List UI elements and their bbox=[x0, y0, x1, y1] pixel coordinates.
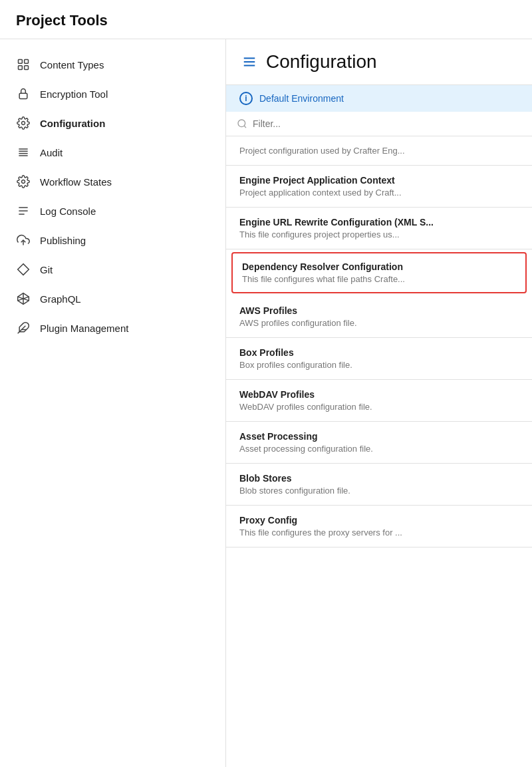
svg-point-10 bbox=[22, 180, 25, 184]
config-item-title: Asset Processing bbox=[239, 431, 519, 442]
sidebar: Content Types Encryption Tool Configurat… bbox=[0, 39, 226, 767]
config-item-desc: This file configures the proxy servers f… bbox=[239, 528, 519, 537]
sidebar-item-log-console[interactable]: Log Console bbox=[0, 196, 225, 226]
svg-rect-2 bbox=[19, 66, 23, 70]
sidebar-label-plugin-management: Plugin Management bbox=[40, 323, 128, 334]
sidebar-label-content-types: Content Types bbox=[40, 59, 104, 71]
sidebar-label-workflow-states: Workflow States bbox=[40, 176, 112, 188]
search-icon bbox=[237, 118, 247, 129]
sidebar-label-audit: Audit bbox=[40, 147, 63, 158]
gear-icon bbox=[16, 174, 31, 189]
svg-line-25 bbox=[244, 126, 246, 128]
page-header: Project Tools bbox=[0, 0, 532, 39]
config-item-project-config[interactable]: Project configuration used by Crafter En… bbox=[226, 136, 532, 166]
config-item-engine-app-context[interactable]: Engine Project Application Context Proje… bbox=[226, 166, 532, 208]
config-item-desc: WebDAV profiles configuration file. bbox=[239, 402, 519, 412]
filter-row bbox=[226, 112, 532, 136]
config-item-desc: AWS profiles configuration file. bbox=[239, 318, 519, 328]
settings-icon bbox=[16, 116, 31, 130]
sidebar-item-publishing[interactable]: Publishing bbox=[0, 226, 225, 255]
env-banner: i Default Environment bbox=[226, 85, 532, 112]
svg-rect-3 bbox=[25, 66, 29, 70]
content-header: Configuration bbox=[226, 39, 532, 85]
svg-rect-4 bbox=[19, 93, 27, 98]
cloud-upload-icon bbox=[16, 233, 31, 247]
svg-point-24 bbox=[238, 120, 245, 127]
sidebar-item-git[interactable]: Git bbox=[0, 255, 225, 284]
config-item-desc: This file configures what file paths Cra… bbox=[242, 274, 516, 284]
sidebar-label-encryption-tool: Encryption Tool bbox=[40, 88, 108, 100]
sidebar-label-configuration: Configuration bbox=[40, 118, 105, 129]
main-layout: Content Types Encryption Tool Configurat… bbox=[0, 39, 532, 767]
config-item-proxy-config[interactable]: Proxy Config This file configures the pr… bbox=[226, 506, 532, 547]
page-title: Project Tools bbox=[16, 12, 108, 29]
diamond-icon bbox=[16, 262, 31, 277]
content-panel: Configuration i Default Environment Proj… bbox=[226, 39, 532, 767]
config-item-title: Proxy Config bbox=[239, 515, 519, 526]
sidebar-item-graphql[interactable]: GraphQL bbox=[0, 284, 225, 313]
config-item-title: AWS Profiles bbox=[239, 305, 519, 316]
grid-icon bbox=[16, 57, 31, 72]
config-item-box-profiles[interactable]: Box Profiles Box profiles configuration … bbox=[226, 338, 532, 380]
sidebar-item-audit[interactable]: Audit bbox=[0, 138, 225, 167]
config-item-desc: Project application context used by Craf… bbox=[239, 188, 519, 198]
env-label: Default Environment bbox=[259, 93, 344, 104]
config-item-aws-profiles[interactable]: AWS Profiles AWS profiles configuration … bbox=[226, 296, 532, 338]
sidebar-label-graphql: GraphQL bbox=[40, 293, 81, 305]
config-item-title: Dependency Resolver Configuration bbox=[242, 261, 516, 272]
config-item-webdav-profiles[interactable]: WebDAV Profiles WebDAV profiles configur… bbox=[226, 380, 532, 422]
config-item-asset-processing[interactable]: Asset Processing Asset processing config… bbox=[226, 422, 532, 464]
config-item-title: Box Profiles bbox=[239, 347, 519, 358]
info-icon: i bbox=[239, 92, 253, 105]
graphql-icon bbox=[16, 291, 31, 306]
config-item-engine-url-rewrite[interactable]: Engine URL Rewrite Configuration (XML S.… bbox=[226, 208, 532, 249]
config-item-desc: Asset processing configuration file. bbox=[239, 444, 519, 454]
lock-icon bbox=[16, 86, 31, 101]
config-item-blob-stores[interactable]: Blob Stores Blob stores configuration fi… bbox=[226, 464, 532, 506]
config-item-desc: Project configuration used by Crafter En… bbox=[239, 146, 519, 156]
sidebar-item-encryption-tool[interactable]: Encryption Tool bbox=[0, 79, 225, 108]
config-item-dependency-resolver[interactable]: Dependency Resolver Configuration This f… bbox=[231, 252, 527, 293]
sidebar-item-plugin-management[interactable]: Plugin Management bbox=[0, 313, 225, 343]
sidebar-label-publishing: Publishing bbox=[40, 235, 86, 246]
config-item-desc: Box profiles configuration file. bbox=[239, 360, 519, 370]
lines-icon bbox=[16, 204, 31, 218]
config-item-title: Engine Project Application Context bbox=[239, 175, 519, 186]
config-list: Project configuration used by Crafter En… bbox=[226, 136, 532, 767]
svg-rect-1 bbox=[25, 60, 29, 64]
svg-point-5 bbox=[22, 122, 25, 125]
config-item-desc: Blob stores configuration file. bbox=[239, 486, 519, 496]
sidebar-item-workflow-states[interactable]: Workflow States bbox=[0, 167, 225, 196]
config-item-desc: This file configures project properties … bbox=[239, 230, 519, 239]
sidebar-item-configuration[interactable]: Configuration bbox=[0, 108, 225, 138]
config-item-title: Blob Stores bbox=[239, 473, 519, 484]
sidebar-item-content-types[interactable]: Content Types bbox=[0, 50, 225, 79]
hamburger-icon[interactable] bbox=[242, 55, 257, 69]
svg-rect-0 bbox=[19, 60, 23, 64]
sidebar-label-log-console: Log Console bbox=[40, 206, 96, 217]
filter-input[interactable] bbox=[253, 118, 521, 129]
config-item-title: Engine URL Rewrite Configuration (XML S.… bbox=[239, 217, 519, 228]
config-item-title: WebDAV Profiles bbox=[239, 389, 519, 400]
config-heading: Configuration bbox=[266, 51, 377, 73]
puzzle-icon bbox=[16, 321, 31, 335]
sidebar-label-git: Git bbox=[40, 264, 53, 275]
list-icon bbox=[16, 145, 31, 160]
